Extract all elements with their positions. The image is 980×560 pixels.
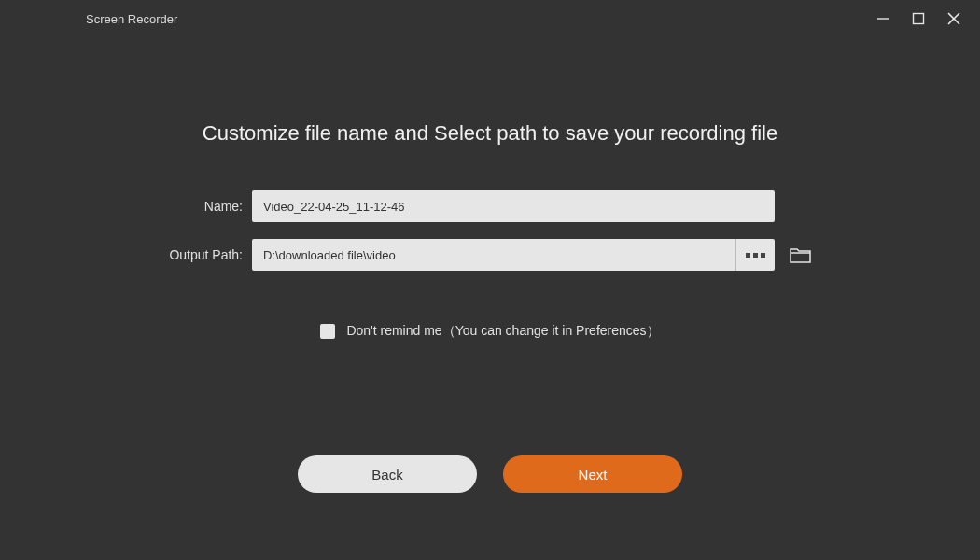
path-input-group [252,239,814,271]
output-path-label: Output Path: [149,247,243,262]
output-path-row: Output Path: [0,239,980,271]
name-row: Name: [0,190,980,222]
dont-remind-label: Don't remind me（You can change it in Pre… [346,323,659,340]
back-button[interactable]: Back [298,455,477,493]
window-title: Screen Recorder [86,12,177,26]
maximize-button[interactable] [909,9,928,28]
ellipsis-icon [753,253,758,258]
dont-remind-row: Don't remind me（You can change it in Pre… [0,323,980,340]
close-button[interactable] [945,9,963,28]
dont-remind-checkbox[interactable] [320,324,335,339]
page-heading: Customize file name and Select path to s… [0,121,980,146]
button-row: Back Next [0,455,980,493]
name-input[interactable] [252,190,775,222]
name-label: Name: [149,199,243,214]
next-button[interactable]: Next [503,455,682,493]
ellipsis-icon [746,253,750,258]
minimize-icon [875,11,890,26]
folder-icon [790,245,812,264]
ellipsis-icon [761,253,765,258]
minimize-button[interactable] [874,9,892,28]
close-icon [946,11,961,26]
window-controls [874,9,969,28]
svg-rect-1 [914,14,924,24]
browse-more-button[interactable] [735,239,775,271]
maximize-icon [912,12,925,25]
titlebar: Screen Recorder [0,0,980,37]
open-folder-button[interactable] [788,244,814,266]
form-area: Name: Output Path: [0,190,980,271]
output-path-input[interactable] [252,239,735,271]
